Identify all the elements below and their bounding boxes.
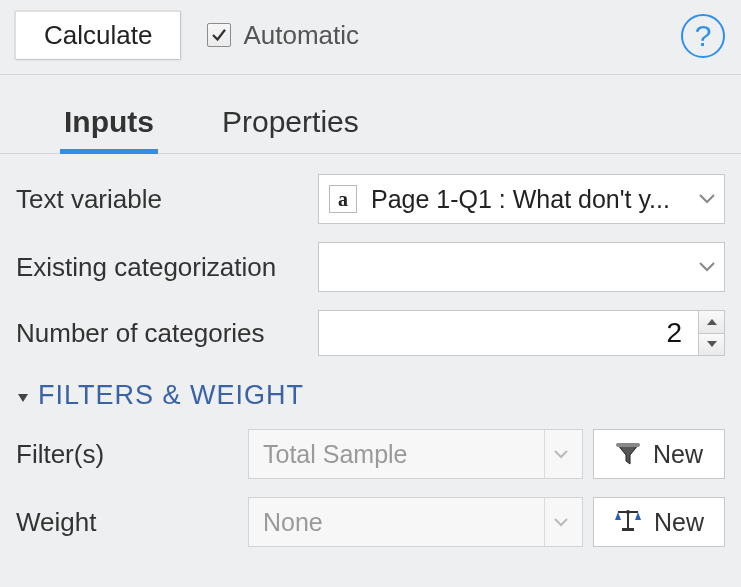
new-weight-label: New (654, 508, 704, 537)
svg-rect-1 (627, 512, 629, 528)
svg-point-3 (626, 510, 630, 514)
text-variable-value: Page 1-Q1 : What don't y... (371, 185, 696, 214)
chevron-down-icon[interactable] (544, 430, 576, 478)
tab-bar: Inputs Properties (0, 75, 741, 154)
filters-value: Total Sample (263, 440, 544, 469)
new-filter-button[interactable]: New (593, 429, 725, 479)
weight-label: Weight (16, 507, 248, 538)
row-weight: Weight None New (16, 497, 725, 547)
text-type-icon: a (329, 185, 357, 213)
svg-rect-2 (622, 528, 634, 531)
scale-icon (614, 510, 642, 534)
new-filter-label: New (653, 440, 703, 469)
help-button[interactable]: ? (681, 14, 725, 58)
existing-categorization-label: Existing categorization (16, 252, 318, 283)
text-variable-dropdown[interactable]: a Page 1-Q1 : What don't y... (318, 174, 725, 224)
caret-up-icon (707, 319, 717, 325)
row-filters: Filter(s) Total Sample New (16, 429, 725, 479)
automatic-label: Automatic (243, 20, 359, 51)
inputs-panel: Text variable a Page 1-Q1 : What don't y… (0, 154, 741, 547)
section-title: FILTERS & WEIGHT (38, 380, 304, 411)
stepper-down-button[interactable] (699, 334, 724, 356)
calculate-button[interactable]: Calculate (14, 10, 181, 60)
svg-rect-0 (616, 443, 640, 447)
check-icon (210, 26, 228, 44)
question-icon: ? (695, 19, 712, 53)
funnel-icon (615, 441, 641, 467)
number-of-categories-stepper[interactable]: 2 (318, 310, 725, 356)
row-number-of-categories: Number of categories 2 (16, 310, 725, 356)
chevron-down-icon[interactable] (544, 498, 576, 546)
text-variable-label: Text variable (16, 184, 318, 215)
tab-inputs[interactable]: Inputs (60, 99, 158, 153)
existing-categorization-dropdown[interactable] (318, 242, 725, 292)
chevron-down-icon[interactable] (696, 262, 718, 272)
row-existing-categorization: Existing categorization (16, 242, 725, 292)
new-weight-button[interactable]: New (593, 497, 725, 547)
chevron-down-icon[interactable] (696, 194, 718, 204)
automatic-toggle: Automatic (207, 20, 359, 51)
weight-dropdown[interactable]: None (248, 497, 583, 547)
top-bar: Calculate Automatic ? (0, 0, 741, 75)
caret-down-icon (707, 341, 717, 347)
section-collapse-icon (16, 380, 30, 411)
number-of-categories-label: Number of categories (16, 318, 318, 349)
weight-value: None (263, 508, 544, 537)
tab-properties[interactable]: Properties (218, 99, 363, 153)
filters-dropdown[interactable]: Total Sample (248, 429, 583, 479)
filters-label: Filter(s) (16, 439, 248, 470)
filters-weight-section-header[interactable]: FILTERS & WEIGHT (16, 374, 725, 411)
row-text-variable: Text variable a Page 1-Q1 : What don't y… (16, 174, 725, 224)
number-of-categories-value[interactable]: 2 (319, 311, 698, 355)
automatic-checkbox[interactable] (207, 23, 231, 47)
stepper-buttons (698, 311, 724, 355)
stepper-up-button[interactable] (699, 311, 724, 334)
